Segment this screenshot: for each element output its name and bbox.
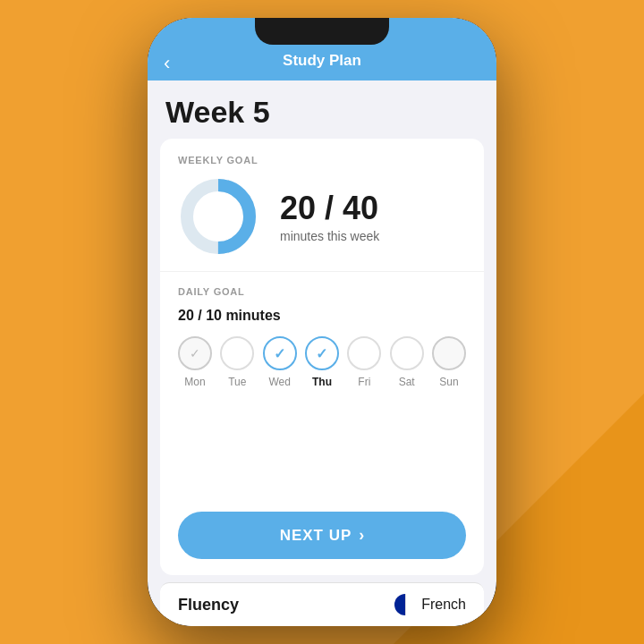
day-fri: Fri <box>347 336 381 388</box>
day-circle-fri <box>347 336 381 370</box>
next-up-button[interactable]: NEXT UP › <box>178 512 466 559</box>
day-label-fri: Fri <box>358 376 370 388</box>
day-label-thu: Thu <box>312 376 332 388</box>
phone-notch <box>255 18 389 45</box>
day-wed: ✓ Wed <box>263 336 297 388</box>
donut-chart <box>178 176 258 257</box>
fluency-label: Fluency <box>178 596 239 614</box>
daily-minutes: 20 / 10 minutes <box>178 308 466 324</box>
back-button[interactable]: ‹ <box>164 52 170 75</box>
language-text: French <box>421 597 466 613</box>
goal-stats: 20 / 40 minutes this week <box>280 190 379 243</box>
week-title: Week 5 <box>165 95 479 130</box>
day-mon: ✓ Mon <box>178 336 212 388</box>
day-tue: Tue <box>220 336 254 388</box>
days-row: ✓ Mon Tue ✓ Wed <box>178 336 466 388</box>
day-label-mon: Mon <box>184 376 205 388</box>
next-up-arrow-icon: › <box>359 526 364 545</box>
day-circle-sat <box>390 336 424 370</box>
day-label-sat: Sat <box>399 376 415 388</box>
daily-goal-section: DAILY GOAL 20 / 10 minutes ✓ Mon Tue <box>178 286 466 388</box>
weekly-goal-section: WEEKLY GOAL 20 / 40 minutes this week <box>178 155 466 257</box>
next-up-label: NEXT UP <box>280 527 352 545</box>
content-card: WEEKLY GOAL 20 / 40 minutes this week <box>160 139 484 575</box>
day-thu: ✓ Thu <box>305 336 339 388</box>
day-label-tue: Tue <box>228 376 246 388</box>
daily-goal-label: DAILY GOAL <box>178 286 466 297</box>
phone-device: ‹ Study Plan Week 5 WEEKLY GOAL <box>148 18 496 626</box>
bottom-bar: Fluency French <box>160 582 484 626</box>
goal-numbers: 20 / 40 <box>280 190 379 227</box>
day-label-sun: Sun <box>439 376 458 388</box>
weekly-goal-content: 20 / 40 minutes this week <box>178 176 466 257</box>
day-circle-mon: ✓ <box>178 336 212 370</box>
weekly-goal-label: WEEKLY GOAL <box>178 155 466 165</box>
nav-title: Study Plan <box>283 52 361 70</box>
french-flag-icon <box>394 594 416 615</box>
week-header: Week 5 <box>148 80 496 139</box>
language-badge: French <box>394 594 466 615</box>
phone-screen: ‹ Study Plan Week 5 WEEKLY GOAL <box>148 18 496 626</box>
goal-subtitle: minutes this week <box>280 229 379 243</box>
day-label-wed: Wed <box>268 376 290 388</box>
divider <box>160 271 484 272</box>
day-sun: Sun <box>432 336 466 388</box>
day-circle-tue <box>220 336 254 370</box>
day-circle-sun <box>432 336 466 370</box>
day-sat: Sat <box>390 336 424 388</box>
day-circle-thu: ✓ <box>305 336 339 370</box>
day-circle-wed: ✓ <box>263 336 297 370</box>
